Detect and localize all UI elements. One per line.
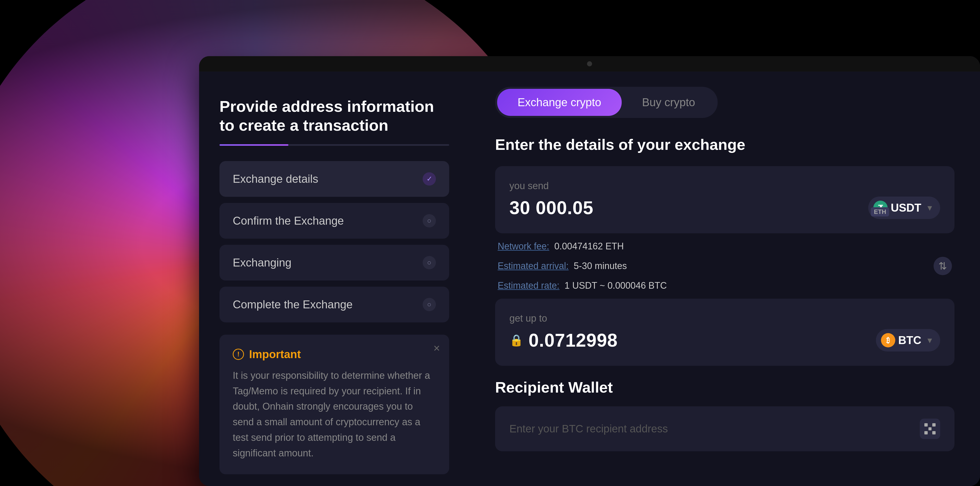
- step-item-confirm-exchange[interactable]: Confirm the Exchange ○: [220, 203, 449, 239]
- qr-cell-6: [932, 427, 935, 430]
- important-close-button[interactable]: ×: [433, 342, 440, 355]
- laptop-device: Provide address information to create a …: [199, 56, 980, 486]
- btc-icon: ₿: [881, 333, 895, 347]
- step-label-exchanging: Exchanging: [233, 256, 291, 269]
- qr-cell-1: [924, 423, 928, 427]
- receive-amount: 0.0712998: [528, 330, 617, 351]
- tabs-row: Exchange crypto Buy crypto: [495, 87, 718, 118]
- qr-cell-7: [924, 431, 928, 435]
- estimated-rate-label: Estimated rate:: [498, 280, 559, 291]
- qr-cell-3: [932, 423, 935, 427]
- recipient-title: Recipient Wallet: [495, 379, 955, 396]
- important-icon: !: [233, 349, 244, 360]
- qr-cell-5: [928, 427, 932, 430]
- estimated-rate-row: Estimated rate: 1 USDT ~ 0.000046 BTC: [498, 280, 952, 291]
- estimated-arrival-value: 5-30 minutes: [574, 261, 627, 271]
- step-check-exchange-details: ✓: [423, 172, 436, 186]
- qr-cell-9: [932, 431, 935, 435]
- send-amount: 30 000.05: [509, 197, 593, 218]
- receive-currency-label: BTC: [898, 334, 921, 347]
- lock-icon: 🔒: [509, 334, 523, 347]
- qr-icon: [924, 423, 935, 435]
- network-fee-value: 0.00474162 ETH: [554, 241, 624, 252]
- estimated-rate-value: 1 USDT ~ 0.000046 BTC: [565, 280, 667, 291]
- swap-icon-button[interactable]: ⇅: [934, 257, 952, 275]
- laptop-topbar: [199, 56, 980, 72]
- estimated-arrival-row: Estimated arrival: 5-30 minutes ⇅: [498, 257, 952, 275]
- estimated-arrival-label: Estimated arrival:: [498, 261, 569, 271]
- send-currency-badge[interactable]: ₮ ETH USDT ▾: [868, 196, 940, 219]
- currency-sub-eth: ETH: [871, 207, 889, 217]
- important-header: ! Important: [233, 348, 436, 361]
- exchange-info: Network fee: 0.00474162 ETH Estimated ar…: [495, 241, 955, 291]
- qr-cell-2: [928, 423, 932, 427]
- receive-amount-row: 🔒 0.0712998 ₿ BTC ▾: [509, 329, 940, 352]
- step-item-exchange-details[interactable]: Exchange details ✓: [220, 161, 449, 197]
- tab-exchange-crypto[interactable]: Exchange crypto: [497, 89, 622, 116]
- send-currency-label: USDT: [891, 201, 921, 214]
- network-fee-row: Network fee: 0.00474162 ETH: [498, 241, 952, 252]
- send-label: you send: [509, 180, 940, 191]
- important-title: Important: [249, 348, 301, 361]
- panel-title: Provide address information to create a …: [220, 97, 449, 135]
- send-card: you send 30 000.05 ₮ ETH USDT ▾: [495, 166, 955, 233]
- step-check-exchanging: ○: [423, 256, 436, 269]
- progress-bar: [220, 144, 449, 146]
- qr-cell-4: [924, 427, 928, 430]
- important-notice-box: × ! Important It is your responsibility …: [220, 335, 449, 474]
- send-currency-chevron: ▾: [928, 202, 932, 213]
- right-panel: Exchange crypto Buy crypto Enter the det…: [469, 72, 980, 486]
- receive-card: get up to 🔒 0.0712998 ₿ BTC ▾: [495, 299, 955, 366]
- important-text: It is your responsibility to determine w…: [233, 368, 436, 461]
- left-panel: Provide address information to create a …: [199, 72, 469, 486]
- laptop-camera: [587, 61, 592, 66]
- usdt-icon: ₮ ETH: [873, 201, 888, 215]
- step-label-exchange-details: Exchange details: [233, 172, 318, 185]
- laptop-screen: Provide address information to create a …: [199, 56, 980, 486]
- address-input-box[interactable]: Enter your BTC recipient address: [495, 406, 955, 451]
- receive-label: get up to: [509, 313, 940, 324]
- step-item-complete-exchange[interactable]: Complete the Exchange ○: [220, 287, 449, 322]
- address-placeholder: Enter your BTC recipient address: [509, 423, 668, 435]
- section-title: Enter the details of your exchange: [495, 136, 955, 153]
- progress-fill: [220, 144, 288, 146]
- receive-currency-chevron: ▾: [928, 335, 932, 346]
- qr-cell-8: [928, 431, 932, 435]
- tab-buy-crypto[interactable]: Buy crypto: [622, 89, 716, 116]
- receive-currency-badge[interactable]: ₿ BTC ▾: [876, 329, 940, 352]
- send-amount-row: 30 000.05 ₮ ETH USDT ▾: [509, 196, 940, 219]
- qr-code-button[interactable]: [920, 419, 940, 439]
- step-check-confirm-exchange: ○: [423, 214, 436, 228]
- app-content: Provide address information to create a …: [199, 72, 980, 486]
- step-check-complete-exchange: ○: [423, 298, 436, 311]
- network-fee-label: Network fee:: [498, 241, 549, 252]
- step-label-confirm-exchange: Confirm the Exchange: [233, 214, 344, 227]
- step-label-complete-exchange: Complete the Exchange: [233, 298, 353, 311]
- step-item-exchanging[interactable]: Exchanging ○: [220, 245, 449, 280]
